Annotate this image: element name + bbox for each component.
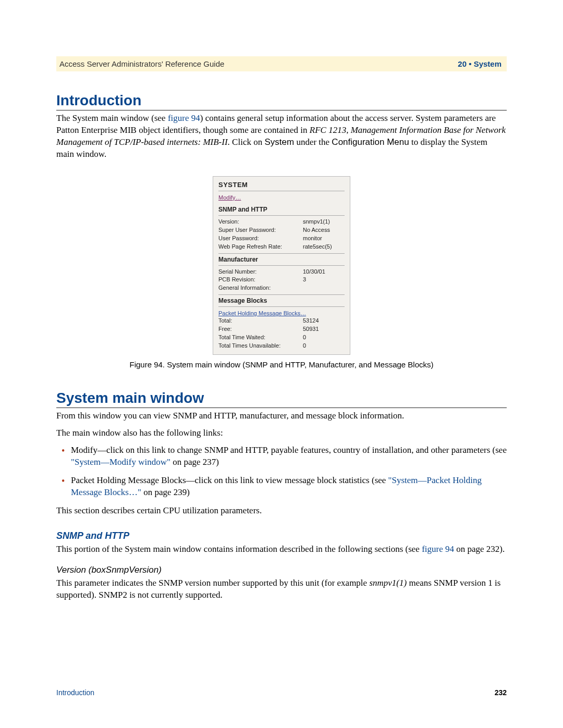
bullet-packet-holding: Packet Holding Message Blocks—click on t…: [56, 475, 507, 499]
heading-introduction: Introduction: [56, 92, 507, 110]
panel-section-manufacturer: Manufacturer: [218, 256, 345, 263]
heading-version: Version (boxSnmpVersion): [56, 565, 507, 575]
snmp-p1: This portion of the System main window c…: [56, 544, 507, 556]
bullet-list: Modify—click on this link to change SNMP…: [56, 445, 507, 499]
row-superuser: Super User Password:No Access: [218, 226, 345, 235]
header-left: Access Server Administrators' Reference …: [59, 59, 224, 68]
intro-paragraph: The System main window (see figure 94) c…: [56, 113, 507, 161]
modify-link[interactable]: Modify…: [218, 194, 241, 201]
row-version: Version:snmpv1(1): [218, 218, 345, 226]
footer-right: 232: [495, 688, 507, 697]
header-right: 20 • System: [458, 59, 501, 68]
row-refresh: Web Page Refresh Rate:rate5sec(5): [218, 243, 345, 251]
link-figure-94[interactable]: figure 94: [168, 113, 200, 123]
row-serial: Serial Number:10/30/01: [218, 268, 345, 276]
version-p: This parameter indicates the SNMP versio…: [56, 577, 507, 601]
footer-left: Introduction: [56, 688, 94, 697]
smw-p2: The main window also has the following l…: [56, 427, 507, 439]
panel-section-msgblocks: Message Blocks: [218, 297, 345, 304]
panel-title: SYSTEM: [218, 181, 345, 189]
row-timewaited: Total Time Waited:0: [218, 334, 345, 342]
row-free: Free:50931: [218, 325, 345, 334]
link-system-modify[interactable]: "System—Modify window": [71, 457, 170, 467]
row-pcb: PCB Revision:3: [218, 276, 345, 284]
heading-snmp-http: SNMP and HTTP: [56, 530, 507, 541]
page-footer: Introduction 232: [56, 688, 507, 697]
smw-p3: This section describes certain CPU utili…: [56, 505, 507, 517]
link-figure-94-b[interactable]: figure 94: [422, 544, 454, 554]
bullet-modify: Modify—click on this link to change SNMP…: [56, 445, 507, 468]
row-unavailable: Total Times Unavailable:0: [218, 342, 345, 350]
figure-94: SYSTEM Modify… SNMP and HTTP Version:snm…: [56, 176, 507, 369]
heading-system-main-window: System main window: [56, 390, 507, 408]
row-geninfo: General Information:: [218, 284, 345, 292]
row-userpw: User Password:monitor: [218, 235, 345, 243]
row-total: Total:53124: [218, 317, 345, 325]
figure-caption: Figure 94. System main window (SNMP and …: [56, 360, 507, 369]
page-header: Access Server Administrators' Reference …: [56, 56, 507, 71]
panel-section-snmp: SNMP and HTTP: [218, 206, 345, 213]
system-panel: SYSTEM Modify… SNMP and HTTP Version:snm…: [213, 176, 350, 355]
packet-holding-link[interactable]: Packet Holding Message Blocks…: [218, 310, 306, 316]
smw-p1: From this window you can view SNMP and H…: [56, 410, 507, 422]
